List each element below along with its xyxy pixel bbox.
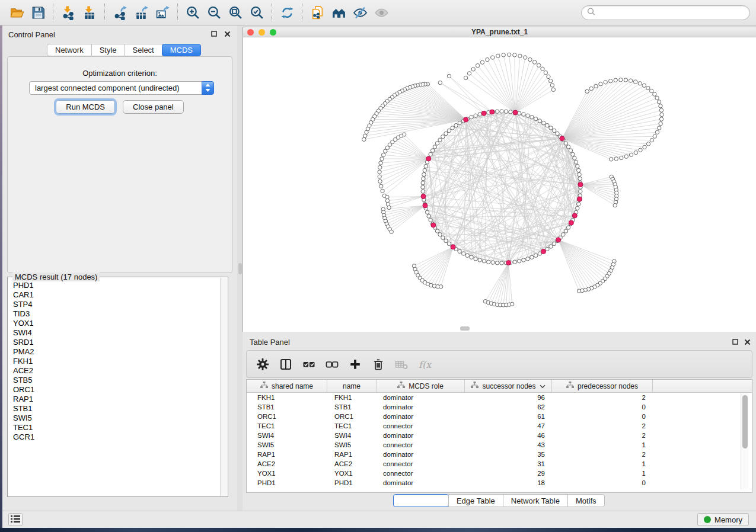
export-image-button[interactable] <box>152 2 173 23</box>
add-column-button[interactable] <box>346 355 364 373</box>
table-row[interactable]: TEC1TEC1connector472 <box>247 421 752 431</box>
table-row[interactable]: FKH1FKH1dominator962 <box>247 393 752 402</box>
tab-select[interactable]: Select <box>125 44 162 56</box>
cell-MCDS-role: dominator <box>377 393 465 402</box>
mcds-result-item[interactable]: RAP1 <box>13 395 220 404</box>
mcds-result-item[interactable]: TID3 <box>13 309 220 319</box>
table-row[interactable]: ACE2ACE2connector311 <box>247 459 752 469</box>
column-gear-button[interactable] <box>254 355 272 373</box>
mcds-result-item[interactable]: SWI5 <box>13 414 220 423</box>
import-network-button[interactable] <box>58 2 79 23</box>
tab-mcds[interactable]: MCDS <box>162 44 201 56</box>
run-mcds-button[interactable]: Run MCDS <box>56 100 115 114</box>
close-panel-button[interactable]: Close panel <box>123 100 184 114</box>
mcds-result-item[interactable]: ORC1 <box>13 385 220 395</box>
mcds-result-item[interactable]: FKH1 <box>13 357 220 366</box>
table-row[interactable]: SWI4SWI4dominator462 <box>247 431 752 440</box>
delete-table-button[interactable] <box>393 355 410 373</box>
close-table-panel-icon[interactable] <box>743 338 751 346</box>
column-header-MCDS-role[interactable]: MCDS role <box>377 380 465 392</box>
cell-shared-name: RAP1 <box>247 450 327 459</box>
first-neighbors-button[interactable] <box>328 2 349 23</box>
table-scrollbar[interactable] <box>741 393 748 489</box>
mcds-result-item[interactable]: SWI4 <box>13 328 220 338</box>
tab-edge-table[interactable]: Edge Table <box>448 494 503 507</box>
mcds-result-item[interactable]: TEC1 <box>13 423 220 432</box>
show-all-button[interactable] <box>371 2 392 23</box>
memory-status-icon <box>704 516 711 523</box>
mcds-result-item[interactable]: GCR1 <box>13 432 220 442</box>
tab-node-table[interactable]: Node Table <box>393 494 449 507</box>
column-label: name <box>343 382 361 390</box>
import-table-button[interactable] <box>79 2 100 23</box>
mcds-result-item[interactable]: SRD1 <box>13 338 220 347</box>
column-header-name[interactable]: name <box>327 380 377 392</box>
column-header-shared-name[interactable]: shared name <box>247 380 327 392</box>
table-body: FKH1FKH1dominator962STB1STB1dominator620… <box>247 393 752 488</box>
zoom-out-button[interactable] <box>203 2 225 23</box>
mcds-result-item[interactable]: ACE2 <box>13 366 220 376</box>
mcds-result-item[interactable]: STB1 <box>13 404 220 414</box>
cell-name: YOX1 <box>327 469 377 478</box>
mcds-result-item[interactable]: CAR1 <box>13 290 220 300</box>
tab-network[interactable]: Network <box>47 44 92 56</box>
deselect-all-columns-button[interactable] <box>323 355 341 373</box>
attribute-tree-icon <box>471 382 479 390</box>
mcds-result-item[interactable]: PMA2 <box>13 347 220 357</box>
tab-network-table[interactable]: Network Table <box>503 494 568 507</box>
cell-predecessor-nodes: 1 <box>552 459 653 469</box>
mcds-result-scrollbar[interactable] <box>220 278 227 496</box>
cell-name: ACE2 <box>327 459 377 469</box>
equation-builder-button[interactable]: f(x) <box>416 355 433 373</box>
table-row[interactable]: ORC1ORC1dominator610 <box>247 412 752 421</box>
cell-name: SWI5 <box>327 440 377 450</box>
table-row[interactable]: STB1STB1dominator620 <box>247 402 752 412</box>
table-row[interactable]: PHD1PHD1dominator180 <box>247 478 752 488</box>
network-canvas[interactable] <box>243 37 756 332</box>
cell-name: RAP1 <box>327 450 377 459</box>
select-all-columns-button[interactable] <box>300 355 318 373</box>
table-row[interactable]: SWI5SWI5connector431 <box>247 440 752 450</box>
hide-selected-button[interactable] <box>349 2 371 23</box>
cell-MCDS-role: connector <box>377 469 465 478</box>
new-network-from-selection-button[interactable] <box>307 2 328 23</box>
float-table-panel-icon[interactable] <box>731 338 739 346</box>
column-header-predecessor-nodes[interactable]: predecessor nodes <box>552 380 653 392</box>
show-column-panel-button[interactable] <box>277 355 295 373</box>
export-network-button[interactable] <box>109 2 130 23</box>
attribute-tree-icon <box>260 382 268 390</box>
cell-MCDS-role: dominator <box>377 402 465 412</box>
table-row[interactable]: YOX1YOX1connector291 <box>247 469 752 478</box>
cell-shared-name: TEC1 <box>247 421 327 431</box>
network-window: YPA_prune.txt_1 <box>243 27 756 332</box>
table-row[interactable]: RAP1RAP1dominator352 <box>247 450 752 459</box>
vertical-splitter-handle[interactable] <box>238 263 242 274</box>
horizontal-splitter-handle[interactable] <box>460 326 470 331</box>
zoom-fit-button[interactable] <box>225 2 246 23</box>
close-panel-icon[interactable] <box>223 30 231 38</box>
cell-MCDS-role: dominator <box>377 450 465 459</box>
save-session-button[interactable] <box>27 2 49 23</box>
tab-motifs[interactable]: Motifs <box>567 494 605 507</box>
table-toolbar: f(x) <box>246 350 752 378</box>
table-scrollbar-thumb[interactable] <box>742 395 748 448</box>
open-session-button[interactable] <box>6 2 27 23</box>
tab-style[interactable]: Style <box>91 44 125 56</box>
mcds-result-item[interactable]: STB5 <box>13 376 220 385</box>
zoom-in-button[interactable] <box>182 2 203 23</box>
zoom-selected-button[interactable] <box>246 2 267 23</box>
delete-column-button[interactable] <box>369 355 387 373</box>
criterion-dropdown[interactable]: largest connected component (undirected) <box>29 81 214 95</box>
export-table-button[interactable] <box>130 2 152 23</box>
network-graph[interactable] <box>243 37 756 332</box>
float-panel-icon[interactable] <box>210 30 218 38</box>
status-menu-button[interactable] <box>8 513 23 526</box>
mcds-result-item[interactable]: STP4 <box>13 300 220 309</box>
column-header-successor-nodes[interactable]: successor nodes <box>465 380 552 392</box>
mcds-result-item[interactable]: YOX1 <box>13 319 220 328</box>
apply-layout-button[interactable] <box>276 2 298 23</box>
cell-predecessor-nodes: 1 <box>552 469 653 478</box>
mcds-result-item[interactable]: PHD1 <box>13 281 220 290</box>
search-input[interactable] <box>598 8 744 17</box>
memory-button[interactable]: Memory <box>697 513 749 526</box>
